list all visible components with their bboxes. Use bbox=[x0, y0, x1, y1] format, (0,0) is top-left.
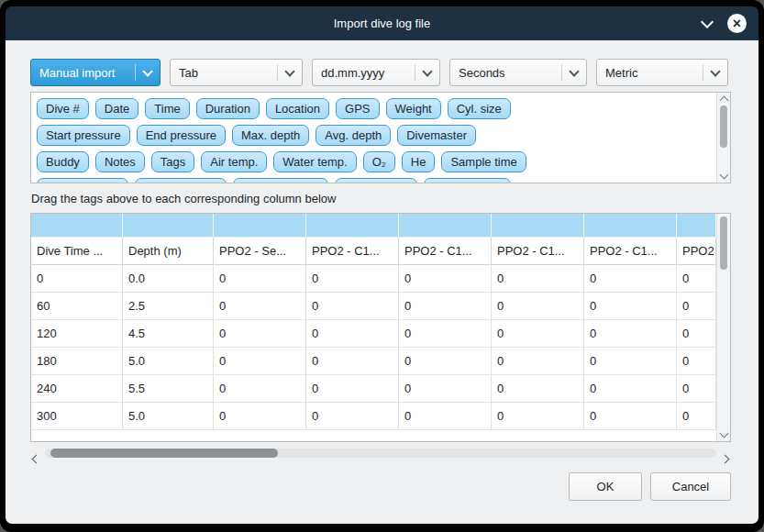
ok-button[interactable]: OK bbox=[569, 472, 642, 501]
tag-pill[interactable]: Cyl. size bbox=[448, 98, 511, 119]
cancel-button[interactable]: Cancel bbox=[650, 472, 731, 501]
import-dialog-window: Import dive log file × Manual import Tab bbox=[6, 6, 758, 524]
table-cell: 2.5 bbox=[123, 293, 214, 320]
tag-pill[interactable]: Sample press. bbox=[233, 178, 327, 183]
drop-target-cell[interactable] bbox=[123, 214, 214, 238]
titlebar-menu-chevron-icon[interactable] bbox=[701, 15, 714, 28]
table-cell: 0 bbox=[214, 348, 306, 375]
column-header[interactable]: Depth (m) bbox=[123, 238, 214, 265]
tag-pill[interactable]: Buddy bbox=[37, 151, 89, 172]
table-cell: 0 bbox=[677, 348, 716, 375]
duration-format-value: Seconds bbox=[459, 66, 554, 80]
tag-pill[interactable]: Avg. depth bbox=[316, 125, 391, 146]
duration-format-combobox[interactable]: Seconds bbox=[449, 59, 587, 86]
scroll-left-arrow-icon[interactable] bbox=[33, 449, 39, 466]
tag-pill[interactable]: Time bbox=[145, 98, 189, 119]
combo-chevron bbox=[415, 64, 431, 81]
table-cell: 0 bbox=[584, 293, 677, 320]
tag-row: Start pressureEnd pressureMax. depthAvg.… bbox=[37, 125, 716, 146]
units-combobox[interactable]: Metric bbox=[596, 59, 728, 86]
table-cell: 0 bbox=[584, 375, 677, 403]
table-cell: 0 bbox=[214, 265, 306, 293]
table-cell: 60 bbox=[31, 293, 123, 320]
tag-row: BuddyNotesTagsAir temp.Water temp.O₂HeSa… bbox=[37, 151, 716, 172]
table-cell: 5.0 bbox=[123, 403, 214, 430]
tag-pill[interactable]: Notes bbox=[95, 151, 145, 172]
chevron-down-icon bbox=[569, 66, 579, 76]
table-cell: 300 bbox=[31, 403, 123, 430]
tag-pill[interactable]: Location bbox=[266, 98, 329, 119]
window-title: Import dive log file bbox=[6, 17, 758, 30]
import-mode-combobox[interactable]: Manual import bbox=[30, 59, 161, 86]
tag-pill[interactable]: Dive # bbox=[37, 98, 89, 119]
tag-pill[interactable]: Date bbox=[95, 98, 138, 119]
tag-pill[interactable]: Sample depth bbox=[37, 178, 128, 183]
tag-pill[interactable]: Sample time bbox=[441, 151, 526, 172]
tag-pill[interactable]: Sample temp. bbox=[135, 178, 227, 183]
close-icon[interactable]: × bbox=[727, 14, 747, 33]
import-mode-value: Manual import bbox=[39, 66, 127, 80]
table-body: 00.0000000602.50000001204.50000001805.00… bbox=[31, 265, 716, 430]
drop-target-cell[interactable] bbox=[492, 214, 584, 238]
column-header[interactable]: Dive Time ... bbox=[31, 238, 123, 265]
scroll-up-arrow-icon[interactable] bbox=[717, 94, 730, 104]
preview-table: Dive Time ...Depth (m)PPO2 - Se...PPO2 -… bbox=[30, 213, 731, 442]
table-cell: 0 bbox=[31, 265, 123, 293]
table-cell: 0.0 bbox=[123, 265, 214, 293]
tag-pill[interactable]: Divemaster bbox=[397, 125, 476, 146]
table-cell: 0 bbox=[214, 293, 306, 320]
table-cell: 0 bbox=[399, 265, 492, 293]
tag-pill[interactable]: Sample pO₂ bbox=[335, 178, 417, 183]
scrollbar-thumb[interactable] bbox=[720, 216, 727, 270]
field-separator-combobox[interactable]: Tab bbox=[170, 59, 303, 86]
tag-pill[interactable]: GPS bbox=[336, 98, 379, 119]
drop-target-cell[interactable] bbox=[399, 214, 492, 238]
table-header-row: Dive Time ...Depth (m)PPO2 - Se...PPO2 -… bbox=[31, 238, 716, 265]
drop-target-cell[interactable] bbox=[677, 214, 716, 238]
tag-pill[interactable]: Max. depth bbox=[232, 125, 309, 146]
column-header[interactable]: PPO2 bbox=[677, 238, 716, 265]
table-cell: 0 bbox=[677, 320, 716, 348]
tag-pill[interactable]: Duration bbox=[196, 98, 260, 119]
tag-pill[interactable]: O₂ bbox=[363, 151, 395, 172]
scrollbar-thumb[interactable] bbox=[50, 449, 278, 458]
column-header[interactable]: PPO2 - C1... bbox=[399, 238, 492, 265]
tag-pill[interactable]: Water temp. bbox=[273, 151, 356, 172]
table-cell: 0 bbox=[584, 320, 677, 348]
titlebar[interactable]: Import dive log file × bbox=[6, 6, 758, 40]
drop-target-cell[interactable] bbox=[31, 214, 123, 238]
scroll-right-arrow-icon[interactable] bbox=[722, 449, 728, 466]
tag-pill[interactable]: Tags bbox=[151, 151, 194, 172]
tag-row: Sample depthSample temp.Sample press.Sam… bbox=[37, 178, 716, 183]
scrollbar-thumb[interactable] bbox=[720, 105, 727, 148]
column-header[interactable]: PPO2 - C1... bbox=[584, 238, 677, 265]
table-cell: 0 bbox=[214, 320, 306, 348]
scroll-down-arrow-icon[interactable] bbox=[717, 172, 730, 180]
drop-target-cell[interactable] bbox=[306, 214, 399, 238]
scroll-down-arrow-icon[interactable] bbox=[717, 430, 730, 438]
table-cell: 0 bbox=[399, 320, 492, 348]
table-row: 00.0000000 bbox=[31, 265, 716, 293]
column-header[interactable]: PPO2 - C1... bbox=[492, 238, 584, 265]
table-cell: 0 bbox=[492, 293, 584, 320]
table-cell: 0 bbox=[306, 293, 399, 320]
table-cell: 0 bbox=[399, 375, 492, 403]
table-row: 2405.5000000 bbox=[31, 375, 716, 403]
tag-pill[interactable]: Start pressure bbox=[37, 125, 130, 146]
combo-chevron bbox=[277, 64, 293, 81]
table-cell: 0 bbox=[306, 320, 399, 348]
tag-pill[interactable]: Weight bbox=[386, 98, 441, 119]
chevron-down-icon bbox=[284, 66, 294, 76]
table-vertical-scrollbar[interactable] bbox=[716, 214, 730, 441]
column-header[interactable]: PPO2 - Se... bbox=[214, 238, 306, 265]
date-format-combobox[interactable]: dd.mm.yyyy bbox=[312, 59, 440, 86]
tag-pill[interactable]: Air temp. bbox=[201, 151, 267, 172]
tag-pill[interactable]: End pressure bbox=[137, 125, 226, 146]
column-header[interactable]: PPO2 - C1... bbox=[306, 238, 399, 265]
drop-target-cell[interactable] bbox=[584, 214, 677, 238]
table-horizontal-scrollbar[interactable] bbox=[30, 447, 731, 460]
drop-target-cell[interactable] bbox=[214, 214, 306, 238]
tags-vertical-scrollbar[interactable] bbox=[716, 93, 730, 183]
tag-pill[interactable]: He bbox=[402, 151, 436, 172]
tag-pill[interactable]: Sample CNS bbox=[424, 178, 511, 183]
